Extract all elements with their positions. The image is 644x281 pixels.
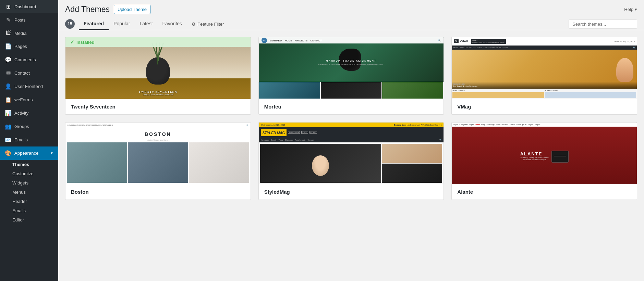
sidebar-item-comments[interactable]: 💬 Comments — [0, 53, 58, 66]
sidebar-sub-item-emails[interactable]: Emails — [0, 206, 58, 215]
theme-name-vmag: VMag — [452, 99, 637, 114]
help-button[interactable]: Help ▾ — [624, 7, 637, 12]
styledmag-nav: Homepage Beauty Video Shoelaces Page Lay… — [259, 138, 444, 142]
page-title: Add Themes — [65, 5, 110, 14]
gear-icon: ⚙ — [192, 22, 196, 27]
sidebar-sub-label-widgets: Widgets — [12, 180, 28, 186]
theme-card-boston[interactable]: LOVE ABOUT LIFESTYLE CULTURE TRAVEL CATE… — [65, 122, 251, 200]
styledmag-side-img-1 — [382, 144, 442, 163]
tab-latest[interactable]: Latest — [135, 18, 157, 30]
groups-icon: 👥 — [5, 123, 12, 130]
vmag-brand: VMAG — [460, 40, 468, 43]
sidebar-label-appearance: Appearance — [14, 151, 38, 156]
alante-title: ALANTE — [520, 151, 549, 156]
boston-nav-travel: TRAVEL — [95, 124, 101, 126]
sidebar-label-activity: Activity — [14, 111, 28, 116]
sidebar-item-appearance[interactable]: 🎨 Appearance ▼ — [0, 146, 58, 160]
activity-icon: 📊 — [5, 110, 12, 116]
alante-subtitle-2: Beautiful Modern Design — [520, 158, 549, 161]
vmag-nav-lifestyle: LIFESTYLE — [473, 47, 482, 49]
morfeu-thumb-3 — [382, 82, 443, 99]
checkmark-icon: ✓ — [70, 39, 74, 45]
sidebar-label-emails: Emails — [14, 137, 28, 142]
theme-card-alante[interactable]: Pages Categories Depth Home Blog Front P… — [451, 122, 637, 200]
theme-screenshot-twenty-seventeen: ✓ Installed — [65, 37, 251, 99]
alante-nav: Pages Categories Depth Home Blog Front P… — [452, 123, 637, 127]
sidebar-sub-item-menus[interactable]: Menus — [0, 188, 58, 197]
sidebar-item-user-frontend[interactable]: 👤 User Frontend — [0, 80, 58, 93]
morfeu-nav-contact: CONTACT — [310, 39, 321, 42]
boston-nav-lifestyle: LIFESTYLE — [78, 124, 87, 126]
sidebar-label-user-frontend: User Frontend — [14, 84, 43, 89]
theme-name-boston: Boston — [65, 184, 251, 200]
sidebar-submenu-appearance: Themes Customize Widgets Menus Header Em… — [0, 160, 58, 225]
vmag-bottom-label-ad: ADVERTISEMENT — [545, 89, 636, 98]
sidebar-item-activity[interactable]: 📊 Activity — [0, 106, 58, 120]
sidebar-item-emails[interactable]: 📧 Emails — [0, 133, 58, 146]
alante-device-mockup — [551, 151, 569, 163]
vmag-nav: HOME WORLD NEWS LIFESTYLE ENTERTAINMENT … — [452, 46, 637, 50]
boston-images — [65, 142, 251, 184]
sidebar-sub-item-header[interactable]: Header — [0, 197, 58, 206]
feature-filter-label: Feature Filter — [197, 22, 224, 27]
vmag-world-img — [452, 92, 544, 98]
sidebar-sub-label-themes: Themes — [12, 162, 29, 167]
theme-card-morfeu[interactable]: m MORFEU HOME PROJECTS CONTACT 🔍 MARKUP:… — [258, 37, 444, 115]
theme-card-styledmag[interactable]: Wednesday, April 20, 2016 Breaking News … — [258, 122, 444, 200]
morfeu-thumb-2 — [320, 82, 382, 99]
sidebar-item-dashboard[interactable]: ⊞ Dashboard — [0, 0, 58, 13]
sidebar-sub-item-themes[interactable]: Themes — [0, 160, 58, 169]
theme-card-twenty-seventeen[interactable]: ✓ Installed — [65, 37, 251, 115]
search-themes-input[interactable] — [569, 20, 637, 29]
sidebar-item-media[interactable]: 🖼 Media — [0, 27, 58, 40]
styledmag-nav-page-layouts: Page Layouts — [295, 139, 306, 141]
upload-theme-button[interactable]: Upload Theme — [114, 5, 150, 14]
theme-card-vmag[interactable]: V VMAG VMAG MODERN FREE WORDPRESS MAGAZI… — [451, 37, 637, 115]
alante-nav-categories: Categories — [460, 124, 468, 126]
styledmag-tags: • Responsive • Woo • Clean — [288, 131, 317, 134]
tab-featured[interactable]: Featured — [79, 18, 109, 30]
sidebar-item-pages[interactable]: 📄 Pages — [0, 40, 58, 53]
styledmag-post-link: A Post With Everything in It — [421, 124, 441, 126]
dashboard-icon: ⊞ — [5, 3, 12, 10]
appearance-icon: 🎨 — [5, 150, 12, 156]
styledmag-tag-responsive: • Responsive — [288, 131, 300, 134]
emails-icon: 📧 — [5, 137, 12, 143]
vmag-ad-img — [545, 92, 636, 98]
vmag-bottom-cards: WORLD NEWS ADVERTISEMENT — [452, 89, 637, 99]
morfeu-nav: m MORFEU HOME PROJECTS CONTACT 🔍 — [259, 37, 444, 43]
alante-nav-front-page: Front Page — [486, 124, 495, 126]
main-content: Add Themes Upload Theme Help ▾ 15 Featur… — [58, 0, 644, 281]
user-frontend-icon: 👤 — [5, 83, 12, 90]
sidebar-label-comments: Comments — [14, 57, 36, 62]
sidebar-label-contact: Contact — [14, 71, 30, 76]
theme-screenshot-alante: Pages Categories Depth Home Blog Front P… — [452, 123, 637, 184]
tab-popular[interactable]: Popular — [109, 18, 135, 30]
styledmag-date: Wednesday, April 20, 2016 — [261, 124, 285, 126]
alante-nav-home: Home — [475, 124, 480, 126]
styledmag-nav-video: Video — [279, 139, 283, 141]
sidebar-item-groups[interactable]: 👥 Groups — [0, 120, 58, 133]
sidebar-sub-label-emails: Emails — [12, 208, 26, 213]
sidebar-item-weforms[interactable]: 📋 weForms — [0, 93, 58, 106]
alante-nav-page-a: Page A — [528, 124, 533, 126]
vmag-header: V VMAG VMAG MODERN FREE WORDPRESS MAGAZI… — [452, 37, 637, 46]
feature-filter-button[interactable]: ⚙ Feature Filter — [187, 19, 229, 29]
sidebar-sub-item-customize[interactable]: Customize — [0, 169, 58, 178]
styledmag-ordered-list: An Ordered List — [408, 124, 420, 126]
styledmag-nav-beauty: Beauty — [271, 139, 277, 141]
help-label: Help — [624, 7, 633, 12]
tab-favorites[interactable]: Favorites — [158, 18, 187, 30]
morfeu-brand: MORFEU — [270, 39, 282, 42]
styledmag-side-img-2 — [382, 164, 442, 183]
vmag-nav-world: WORLD NEWS — [460, 47, 472, 49]
vmag-nav-entertainment: ENTERTAINMENT — [484, 47, 498, 49]
sidebar-item-contact[interactable]: ✉ Contact — [0, 66, 58, 80]
morfeu-hero: MARKUP: IMAGE ALIGNMENT The best way to … — [259, 43, 444, 82]
theme-name-morfeu: Morfeu — [259, 99, 444, 114]
boston-img-1 — [67, 142, 127, 183]
sidebar-item-posts[interactable]: ✎ Posts — [0, 13, 58, 27]
sidebar-sub-item-widgets[interactable]: Widgets — [0, 178, 58, 188]
sidebar-sub-item-editor[interactable]: Editor — [0, 215, 58, 225]
vmag-bottom-label-world: WORLD NEWS — [452, 89, 544, 98]
